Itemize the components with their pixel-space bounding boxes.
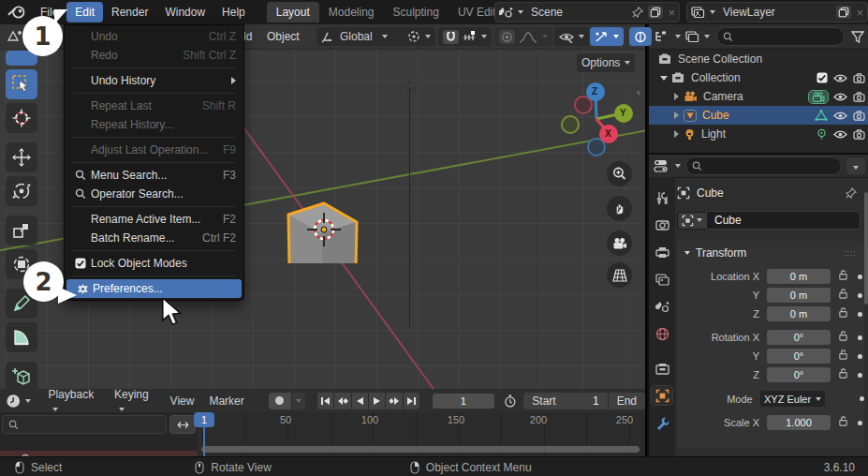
panel-grip-icon[interactable]: :::: bbox=[844, 248, 857, 258]
camera-view-button[interactable] bbox=[607, 231, 632, 256]
outliner-editor-icon[interactable] bbox=[655, 30, 670, 43]
animate-dot[interactable] bbox=[860, 396, 864, 401]
animate-dot[interactable] bbox=[858, 335, 862, 340]
menu-item-undo[interactable]: UndoCtrl Z bbox=[65, 27, 243, 46]
pin-icon[interactable] bbox=[632, 7, 643, 18]
menu-item-preferences[interactable]: Preferences... bbox=[66, 279, 242, 298]
pan-view-button[interactable] bbox=[607, 196, 632, 221]
lock-open-icon[interactable] bbox=[838, 416, 848, 429]
lock-open-icon[interactable] bbox=[838, 270, 848, 283]
eye-icon[interactable] bbox=[833, 92, 847, 102]
properties-scrollbar[interactable] bbox=[864, 192, 868, 305]
location-y-field[interactable]: 0 m bbox=[767, 288, 831, 303]
previous-keyframe-button[interactable] bbox=[333, 393, 350, 409]
outliner-row-scene-collection[interactable]: Scene Collection bbox=[649, 50, 868, 68]
perspective-toggle-button[interactable] bbox=[607, 262, 632, 288]
tab-output[interactable] bbox=[652, 243, 672, 261]
move-tool[interactable] bbox=[6, 142, 37, 172]
next-keyframe-button[interactable] bbox=[385, 393, 402, 409]
auto-keying-record-button[interactable] bbox=[269, 393, 291, 409]
rotation-y-field[interactable]: 0° bbox=[767, 349, 831, 364]
lock-open-icon[interactable] bbox=[838, 368, 848, 381]
location-z-field[interactable]: 0 m bbox=[767, 306, 831, 321]
tab-scene[interactable] bbox=[652, 297, 672, 316]
pivot-point-dropdown[interactable] bbox=[403, 27, 435, 46]
scale-tool[interactable] bbox=[6, 216, 37, 245]
funnel-filter-icon[interactable] bbox=[851, 31, 864, 43]
animate-dot[interactable] bbox=[858, 373, 862, 378]
outliner-row-collection[interactable]: Collection bbox=[649, 68, 868, 87]
scene-name[interactable]: Scene bbox=[531, 6, 563, 19]
viewport-options-dropdown[interactable]: Options bbox=[577, 53, 635, 72]
gizmo-x-label[interactable]: X bbox=[605, 128, 611, 139]
workspace-tab-sculpting[interactable]: Sculpting bbox=[384, 2, 449, 22]
camera-restrict-icon[interactable] bbox=[853, 111, 865, 121]
menu-window[interactable]: Window bbox=[156, 2, 213, 22]
close-icon[interactable]: × bbox=[856, 6, 863, 20]
lock-open-icon[interactable] bbox=[838, 307, 848, 320]
timeline-scrollbar[interactable] bbox=[201, 446, 640, 453]
animate-dot[interactable] bbox=[858, 275, 862, 279]
timeline-track-area[interactable]: 50 100 150 200 250 1 bbox=[198, 412, 645, 456]
scale-x-field[interactable]: 1.000 bbox=[767, 415, 831, 430]
properties-search-input[interactable] bbox=[685, 156, 842, 175]
properties-options-dropdown[interactable] bbox=[846, 157, 865, 174]
jump-to-end-button[interactable] bbox=[403, 393, 419, 409]
mesh-data-icon[interactable] bbox=[815, 110, 828, 121]
keying-set-dropdown[interactable] bbox=[291, 393, 306, 409]
camera-data-icon[interactable] bbox=[809, 91, 828, 103]
menu-item-redo[interactable]: RedoShift Ctrl Z bbox=[65, 46, 243, 65]
eye-icon[interactable] bbox=[833, 111, 847, 121]
rotate-tool[interactable] bbox=[6, 176, 37, 206]
tab-collection-props[interactable] bbox=[652, 359, 672, 378]
start-frame-field[interactable]: Start1 bbox=[523, 393, 607, 409]
breadcrumb[interactable]: Cube bbox=[697, 186, 724, 200]
measure-tool[interactable] bbox=[6, 322, 37, 352]
current-frame-field[interactable]: 1 bbox=[433, 394, 494, 409]
menu-item-menu-search[interactable]: Menu Search...F3 bbox=[65, 166, 243, 185]
menu-edit[interactable]: Edit bbox=[66, 2, 103, 22]
animate-dot[interactable] bbox=[858, 293, 862, 298]
close-icon[interactable]: × bbox=[668, 6, 675, 20]
menu-render[interactable]: Render bbox=[103, 2, 156, 22]
lock-open-icon[interactable] bbox=[838, 331, 848, 344]
tab-view-layer[interactable] bbox=[652, 270, 672, 289]
view-layer-name[interactable]: ViewLayer bbox=[723, 6, 775, 19]
marker-menu[interactable]: Marker bbox=[201, 394, 251, 408]
playback-menu[interactable]: Playback bbox=[40, 388, 107, 414]
new-view-layer-button[interactable] bbox=[836, 6, 851, 19]
gizmo-z-label[interactable]: Z bbox=[592, 86, 597, 97]
menu-item-batch-rename[interactable]: Batch Rename...Ctrl F2 bbox=[65, 229, 243, 247]
workspace-tab-layout[interactable]: Layout bbox=[267, 2, 319, 22]
object-id-dropdown[interactable] bbox=[677, 212, 706, 230]
jump-to-start-button[interactable] bbox=[316, 393, 333, 409]
outliner-row-cube[interactable]: Cube bbox=[649, 106, 868, 125]
outliner-search-input[interactable] bbox=[716, 27, 845, 46]
object-menu[interactable]: Object bbox=[267, 30, 300, 43]
menu-item-lock-object-modes[interactable]: Lock Object Modes bbox=[65, 254, 243, 273]
end-frame-field[interactable]: End bbox=[608, 393, 645, 409]
eye-icon[interactable] bbox=[833, 73, 847, 83]
animate-dot[interactable] bbox=[858, 421, 862, 425]
disclosure-closed-icon[interactable] bbox=[674, 112, 679, 119]
cursor-tool[interactable] bbox=[6, 103, 37, 133]
tab-world[interactable] bbox=[652, 324, 672, 343]
add-cube-tool[interactable] bbox=[6, 362, 37, 389]
select-box-tool[interactable] bbox=[6, 69, 37, 99]
view-layer-selector[interactable]: ViewLayer × bbox=[686, 2, 868, 22]
camera-restrict-icon[interactable] bbox=[853, 129, 865, 140]
transform-panel-title[interactable]: Transform bbox=[696, 246, 746, 260]
menu-item-repeat-last[interactable]: Repeat LastShift R bbox=[65, 97, 243, 115]
panel-collapse-icon[interactable] bbox=[684, 251, 690, 255]
rotation-mode-dropdown[interactable]: XYZ Euler bbox=[760, 391, 826, 407]
timeline-search-input[interactable] bbox=[2, 415, 167, 434]
show-gizmo-dropdown[interactable] bbox=[554, 27, 589, 46]
gizmo-y-label[interactable]: Y bbox=[620, 108, 626, 118]
zoom-view-button[interactable] bbox=[607, 161, 632, 186]
animate-dot[interactable] bbox=[858, 312, 862, 317]
proportional-editing-icon[interactable] bbox=[499, 30, 515, 44]
menu-item-adjust-last-operation[interactable]: Adjust Last Operation...F9 bbox=[65, 141, 243, 159]
snap-controls[interactable] bbox=[438, 27, 492, 46]
tab-render[interactable] bbox=[652, 216, 672, 234]
menu-item-operator-search[interactable]: Operator Search... bbox=[65, 185, 243, 203]
